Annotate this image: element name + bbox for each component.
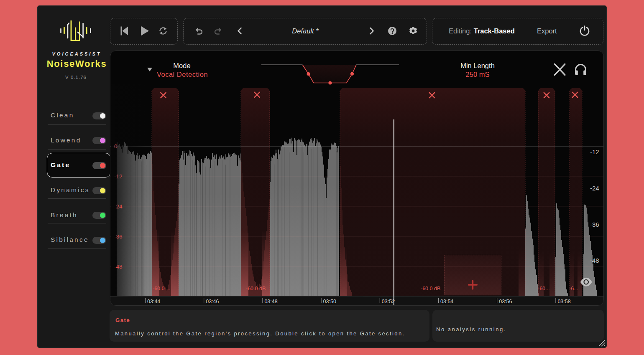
svg-text:-6...: -6... <box>569 286 578 292</box>
svg-text:-48: -48 <box>114 264 123 270</box>
svg-text:03:50: 03:50 <box>323 299 336 304</box>
svg-text:-60.0 dB: -60.0 dB <box>246 286 266 292</box>
svg-text:03:44: 03:44 <box>147 299 160 304</box>
svg-text:-36: -36 <box>590 221 599 228</box>
svg-text:-24: -24 <box>114 203 123 210</box>
svg-text:-12: -12 <box>114 173 123 180</box>
svg-text:-60.0 ...: -60.0 ... <box>153 286 170 292</box>
svg-text:03:58: 03:58 <box>557 299 570 304</box>
svg-text:0: 0 <box>114 143 118 150</box>
svg-text:03:46: 03:46 <box>206 299 219 304</box>
svg-text:-48: -48 <box>590 257 599 264</box>
svg-text:03:48: 03:48 <box>264 299 277 304</box>
svg-text:03:52: 03:52 <box>382 299 395 304</box>
svg-text:-12: -12 <box>590 148 599 155</box>
svg-text:-36: -36 <box>114 233 123 240</box>
svg-text:-60...: -60... <box>538 286 550 292</box>
svg-text:-60.0 dB: -60.0 dB <box>421 286 440 292</box>
svg-text:03:54: 03:54 <box>440 299 453 304</box>
svg-text:-24: -24 <box>590 185 599 192</box>
svg-text:03:56: 03:56 <box>499 299 512 304</box>
